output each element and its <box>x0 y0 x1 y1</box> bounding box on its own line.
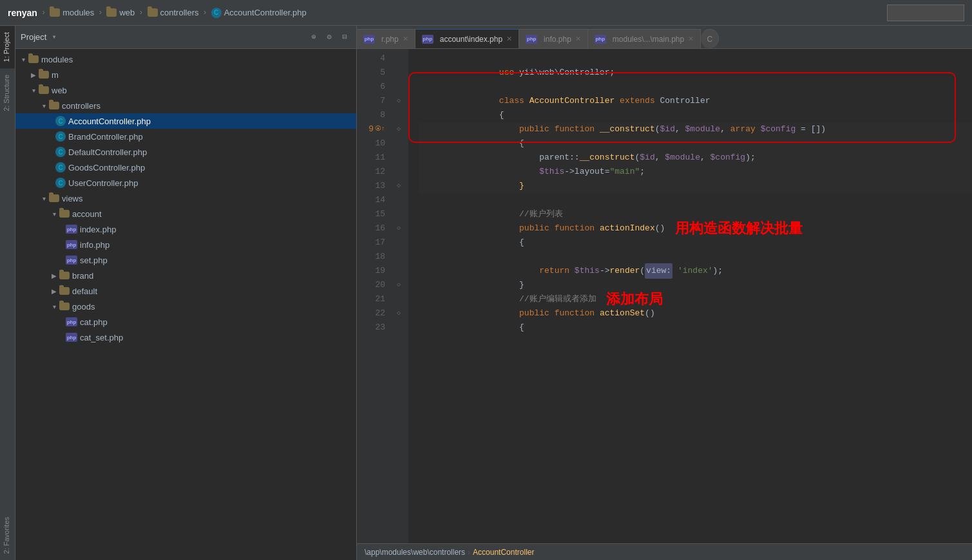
code-editor[interactable]: 4 5 6 7 8 9 ⦿↑ 10 11 12 13 14 15 16 17 1… <box>357 49 972 543</box>
side-tab-favorites[interactable]: 2: Favorites <box>0 510 15 560</box>
php-icon-index: php <box>66 225 77 234</box>
tree-item-account[interactable]: ▾ account <box>15 206 356 221</box>
side-tabs: 1: Project 2: Structure 2: Favorites <box>0 26 15 560</box>
var-module11: $module <box>665 151 700 165</box>
php-icon-tab3: php <box>526 35 537 44</box>
fn-construct: __construct <box>600 122 655 136</box>
side-tab-project[interactable]: 1: Project <box>0 26 15 68</box>
tree-item-info-php[interactable]: php info.php <box>15 237 356 252</box>
bracket9: []) <box>811 122 826 136</box>
folder-icon-web <box>106 8 117 17</box>
panel-title: Project <box>21 32 46 42</box>
var-id11: $id <box>640 151 654 165</box>
search-box[interactable] <box>887 5 964 21</box>
tree-item-goodscontroller[interactable]: C GoodsController.php <box>15 160 356 175</box>
ln5: 5 <box>361 66 385 80</box>
panel-btn-collapse[interactable]: ⊟ <box>338 31 351 44</box>
side-tab-structure[interactable]: 2: Structure <box>0 68 15 118</box>
arrow-brand: ▶ <box>49 272 59 279</box>
tab-close-account-index[interactable]: ✕ <box>506 35 512 43</box>
tree-item-goods[interactable]: ▾ goods <box>15 299 356 314</box>
kw-public22: public <box>519 306 549 321</box>
code-content[interactable]: use yii\web\Controller; class AccountCon… <box>408 49 972 543</box>
panel-btn-refresh[interactable]: ⊕ <box>307 31 320 44</box>
tree-item-accountcontroller[interactable]: C AccountController.php <box>15 113 356 129</box>
named-param-view: view: <box>645 263 672 279</box>
php-icon-tab2: php <box>422 35 434 44</box>
code-line-4 <box>419 51 972 66</box>
folder-icon-account <box>59 210 70 218</box>
c-icon-usercontroller: C <box>55 178 66 188</box>
tab-main-php[interactable]: php modules\...\main.php ✕ <box>588 29 701 48</box>
tree-item-default[interactable]: ▶ default <box>15 283 356 299</box>
breadcrumb-controllers[interactable]: controllers <box>148 8 199 17</box>
status-path: \app\modules\web\controllers <box>365 548 465 557</box>
tree-item-views[interactable]: ▾ views <box>15 191 356 206</box>
fn-render: render <box>609 264 640 278</box>
comma9a: , <box>675 122 680 136</box>
panel-dropdown-arrow[interactable]: ▾ <box>52 32 56 42</box>
tab-r-php[interactable]: php r.php ✕ <box>357 29 415 48</box>
paren9: ( <box>655 122 660 136</box>
sep3: › <box>138 8 143 17</box>
php-icon-cat: php <box>66 317 77 326</box>
tree-item-cat-php[interactable]: php cat.php <box>15 314 356 330</box>
tab-extra[interactable]: C <box>701 29 719 48</box>
project-name: renyan <box>8 8 37 18</box>
panel-btn-settings[interactable]: ⚙ <box>323 31 336 44</box>
tree-item-index-php[interactable]: php index.php <box>15 221 356 237</box>
ln19: 19 <box>361 264 385 278</box>
tree-label-brand: brand <box>72 271 93 281</box>
tab-label-info-php: info.php <box>544 35 571 44</box>
ln8: 8 <box>361 108 385 122</box>
arrow-controllers: ▾ <box>39 102 49 109</box>
ln23: 23 <box>361 321 385 335</box>
php-icon-set: php <box>66 256 77 265</box>
tree-item-brand[interactable]: ▶ brand <box>15 268 356 283</box>
tree-item-defaultcontroller[interactable]: C DefaultController.php <box>15 144 356 160</box>
kw-function-9: function <box>555 122 595 136</box>
file-tree: ▾ modules ▶ m ▾ web ▾ <box>15 49 356 560</box>
tab-info-php[interactable]: php info.php ✕ <box>519 29 588 48</box>
str-main: "main" <box>609 165 640 179</box>
php-icon-info: php <box>66 240 77 249</box>
tab-account-index[interactable]: php account\index.php ✕ <box>415 29 519 48</box>
tab-close-main-php[interactable]: ✕ <box>688 35 694 43</box>
ln14: 14 <box>361 193 385 207</box>
kw-extends: extends <box>620 94 655 108</box>
tab-label-r-php: r.php <box>381 35 399 44</box>
tree-item-controllers[interactable]: ▾ controllers <box>15 98 356 113</box>
folder-icon-views <box>49 194 59 202</box>
c-icon-brandcontroller: C <box>55 131 66 142</box>
tree-label-controllers: controllers <box>62 101 100 111</box>
tree-item-web[interactable]: ▾ web <box>15 82 356 98</box>
tree-label-set-php: set.php <box>80 256 108 265</box>
breadcrumb-modules[interactable]: modules <box>50 8 94 17</box>
arrow-modules: ▾ <box>18 56 28 63</box>
code-line-23: { <box>419 321 972 335</box>
tree-label-m: m <box>52 70 59 80</box>
tree-item-usercontroller[interactable]: C UserController.php <box>15 175 356 191</box>
fn-actionindex: actionIndex <box>600 221 655 236</box>
tree-item-m[interactable]: ▶ m <box>15 67 356 82</box>
tab-close-info-php[interactable]: ✕ <box>575 35 581 43</box>
tree-item-brandcontroller[interactable]: C BrandController.php <box>15 129 356 144</box>
folder-icon-web-tree <box>39 86 49 94</box>
tree-label-default: default <box>72 286 97 296</box>
tree-item-modules[interactable]: ▾ modules <box>15 51 356 67</box>
breadcrumb-file[interactable]: C AccountController.php <box>211 8 307 18</box>
breadcrumb-web[interactable]: web <box>106 8 135 17</box>
ln17: 17 <box>361 236 385 250</box>
tree-item-cat-set-php[interactable]: php cat_set.php <box>15 330 356 345</box>
c-badge-topbar: C <box>211 8 222 18</box>
fn-actionset: actionSet <box>600 306 645 321</box>
tree-item-set-php[interactable]: php set.php <box>15 252 356 268</box>
tab-extra-label: C <box>707 35 712 44</box>
tree-label-index-php: index.php <box>80 225 116 234</box>
ln15: 15 <box>361 207 385 221</box>
c-icon-accountcontroller: C <box>55 116 66 126</box>
code-line-17: { <box>419 236 972 250</box>
tab-close-r-php[interactable]: ✕ <box>403 35 408 43</box>
sep2: › <box>98 8 102 17</box>
status-bar: \app\modules\web\controllers › AccountCo… <box>357 543 972 560</box>
